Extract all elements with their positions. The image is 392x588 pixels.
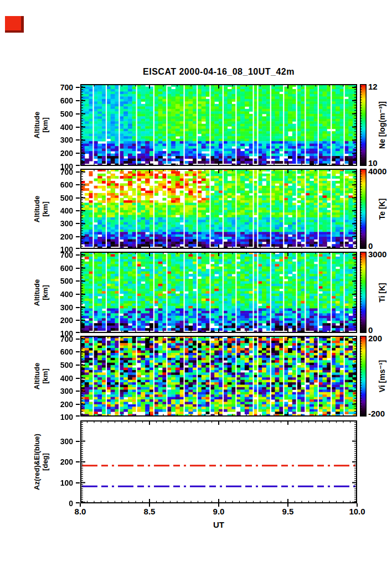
y-tick-mark: [76, 165, 80, 166]
ne-heatmap-canvas: [80, 84, 357, 166]
te-heatmap-canvas: [80, 169, 357, 249]
vi-y-axis-label: Altitude: [33, 363, 41, 389]
y-tick-label: 300: [49, 438, 73, 445]
y-tick-mark: [76, 502, 80, 503]
ti-colorbar-min: 0: [368, 326, 373, 334]
y-tick-label: 200: [49, 233, 73, 241]
azel-y-axis-label: Az(red)&El(blue): [33, 434, 41, 490]
x-tick-mark: [357, 503, 358, 507]
y-tick-label: 400: [49, 374, 73, 382]
vi-y-axis-unit: [km]: [41, 368, 49, 383]
y-tick-label: 300: [49, 220, 73, 227]
y-tick-label: 100: [49, 413, 73, 421]
y-tick-mark: [76, 113, 80, 115]
y-tick-label: 200: [49, 458, 73, 466]
y-tick-mark: [76, 171, 80, 173]
y-tick-mark: [76, 268, 80, 269]
vi-colorbar-min: -200: [368, 409, 385, 418]
y-tick-label: 400: [49, 207, 73, 215]
x-tick-9.0: 9.0: [202, 507, 235, 516]
y-tick-label: 500: [49, 194, 73, 202]
y-tick-mark: [76, 197, 80, 199]
y-tick-label: 500: [49, 110, 73, 118]
vi-colorbar-max: 200: [368, 334, 382, 342]
ne-colorbar-max: 12: [368, 82, 378, 91]
te-colorbar-title: Te [K]: [378, 198, 386, 220]
y-tick-label: 300: [49, 304, 73, 311]
ne-y-axis-label: Altitude: [33, 112, 41, 138]
te-y-axis-unit: [km]: [41, 201, 49, 216]
y-tick-label: 700: [49, 251, 73, 259]
y-tick-label: 200: [49, 149, 73, 157]
x-tick-mark: [218, 503, 219, 507]
ti-heatmap-canvas: [80, 252, 357, 333]
y-tick-mark: [76, 332, 80, 333]
y-tick-mark: [76, 184, 80, 185]
y-tick-label: 300: [49, 136, 73, 144]
x-tick-10.0: 10.0: [341, 507, 374, 516]
y-tick-label: 700: [49, 84, 73, 91]
y-tick-mark: [76, 378, 80, 379]
y-tick-label: 600: [49, 97, 73, 105]
x-axis-label: UT: [80, 521, 357, 529]
y-tick-mark: [76, 236, 80, 237]
y-tick-label: 600: [49, 348, 73, 356]
y-tick-label: 600: [49, 181, 73, 189]
y-tick-mark: [76, 280, 80, 282]
azel-y-axis-unit: [deg]: [41, 453, 49, 471]
red-square-marker: [5, 16, 24, 33]
y-tick-mark: [76, 87, 80, 88]
y-tick-label: 700: [49, 335, 73, 343]
y-tick-label: 100: [49, 479, 73, 487]
te-colorbar-max: 4000: [368, 167, 386, 175]
vi-heatmap-canvas: [80, 336, 357, 417]
y-tick-mark: [76, 248, 80, 249]
vi-colorbar: [360, 336, 367, 417]
y-tick-label: 700: [49, 168, 73, 176]
ti-colorbar-title: Ti [K]: [378, 283, 386, 303]
y-tick-mark: [76, 320, 80, 321]
ti-y-axis-unit: [km]: [41, 285, 49, 300]
y-tick-mark: [76, 254, 80, 256]
ne-colorbar: [360, 84, 367, 166]
te-colorbar: [360, 169, 367, 249]
x-tick-9.5: 9.5: [271, 507, 305, 516]
y-tick-label: 200: [49, 400, 73, 408]
y-tick-mark: [76, 404, 80, 405]
y-tick-label: 600: [49, 264, 73, 272]
ti-colorbar-max: 3000: [368, 250, 386, 258]
x-tick-mark: [149, 503, 150, 507]
x-tick-8.5: 8.5: [133, 507, 166, 516]
y-tick-label: 200: [49, 316, 73, 324]
y-tick-mark: [76, 441, 80, 442]
y-tick-mark: [76, 223, 80, 224]
y-tick-mark: [76, 482, 80, 483]
y-tick-label: 0: [49, 499, 73, 507]
y-tick-mark: [76, 210, 80, 211]
y-tick-mark: [76, 100, 80, 101]
ti-y-axis-label: Altitude: [33, 279, 41, 305]
te-colorbar-min: 0: [368, 242, 373, 250]
x-tick-mark: [287, 503, 288, 507]
ti-colorbar: [360, 252, 367, 333]
y-tick-mark: [76, 127, 80, 128]
y-tick-label: 300: [49, 387, 73, 395]
ne-y-axis-unit: [km]: [41, 117, 49, 132]
x-tick-mark: [80, 503, 81, 507]
te-y-axis-label: Altitude: [33, 195, 41, 222]
y-tick-label: 500: [49, 361, 73, 369]
azel-line-canvas: [80, 420, 357, 503]
y-tick-label: 400: [49, 290, 73, 298]
ne-colorbar-title: Ne [log(m⁻³)]: [378, 101, 386, 149]
figure-root: EISCAT 2000-04-16_08_10UT_42m Altitude […: [0, 0, 392, 588]
x-tick-8.0: 8.0: [64, 507, 97, 516]
y-tick-mark: [76, 339, 80, 340]
y-tick-mark: [76, 153, 80, 154]
y-tick-mark: [76, 294, 80, 295]
y-tick-mark: [76, 307, 80, 308]
ne-colorbar-min: 10: [368, 159, 378, 167]
y-tick-mark: [76, 365, 80, 366]
y-tick-label: 400: [49, 123, 73, 131]
y-tick-mark: [76, 415, 80, 417]
chart-title: EISCAT 2000-04-16_08_10UT_42m: [80, 67, 357, 77]
